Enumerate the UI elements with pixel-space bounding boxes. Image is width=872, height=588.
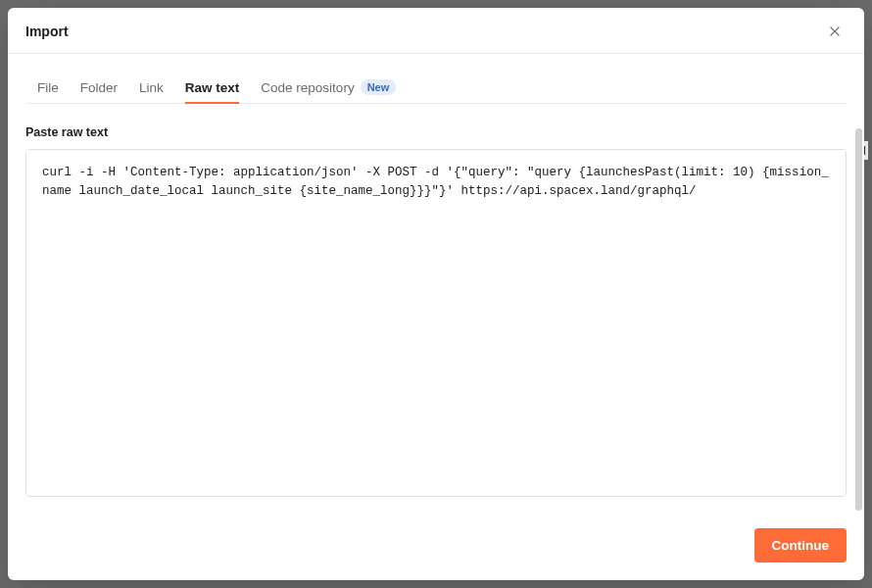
tab-raw-text[interactable]: Raw text [185, 73, 240, 103]
tab-label: Folder [80, 80, 118, 95]
tab-link[interactable]: Link [139, 73, 164, 103]
scrollbar[interactable] [855, 128, 862, 511]
tab-label: Raw text [185, 80, 240, 95]
modal-footer: Continue [8, 514, 864, 580]
tab-label: File [37, 80, 59, 95]
paste-raw-text-label: Paste raw text [25, 125, 847, 139]
tab-label: Link [139, 80, 164, 95]
modal-title: Import [25, 24, 69, 39]
import-tabs: File Folder Link Raw text Code repositor… [25, 54, 847, 104]
scrollbar-thumb[interactable] [855, 128, 862, 511]
tab-folder[interactable]: Folder [80, 73, 118, 103]
continue-button[interactable]: Continue [754, 528, 848, 563]
modal-body: File Folder Link Raw text Code repositor… [8, 54, 864, 514]
modal-header: Import [8, 8, 864, 54]
tab-code-repository[interactable]: Code repository New [261, 72, 396, 103]
raw-text-textarea-wrapper [25, 149, 847, 497]
new-badge: New [361, 79, 397, 95]
tab-label: Code repository [261, 80, 354, 95]
tab-file[interactable]: File [37, 73, 59, 103]
close-icon [828, 24, 842, 38]
raw-text-input[interactable] [26, 150, 846, 496]
close-button[interactable] [823, 20, 847, 43]
import-modal: Import File Folder Link Raw text Code re… [8, 8, 864, 580]
